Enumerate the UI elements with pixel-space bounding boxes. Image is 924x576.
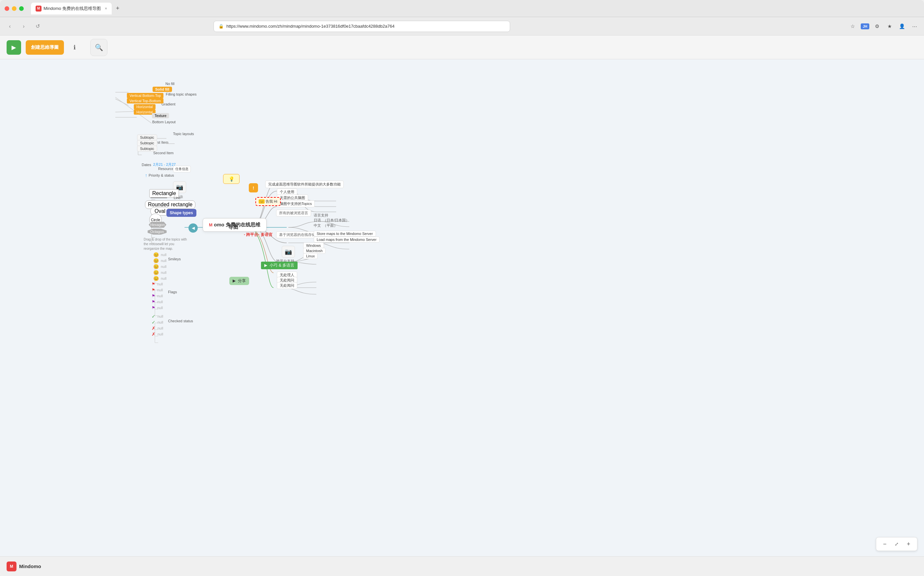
horizontal-1-node[interactable]: Horizontal <box>134 104 155 109</box>
sharing-label: ▶ 分享 <box>229 277 249 285</box>
tab-favicon: M <box>35 6 42 11</box>
new-tab-button[interactable]: + <box>113 4 122 13</box>
load-maps-node[interactable]: Load maps from the Mindomo Server <box>314 237 380 243</box>
mindomo-logo: M Mindomo <box>6 562 41 571</box>
bookmark-icon[interactable]: ★ <box>885 22 894 31</box>
forward-button[interactable]: › <box>18 21 29 32</box>
mindomo-logo-icon: M <box>6 562 16 571</box>
octagon-label: Octagon <box>148 229 167 235</box>
center-left-arrow: ◀ <box>189 223 198 233</box>
null-14: null <box>158 332 163 336</box>
smiley-icon-3: 😊 <box>153 264 159 269</box>
back-button[interactable]: ‹ <box>5 21 15 32</box>
solid-fill-label: Solid fill <box>153 86 172 92</box>
lang-support-label: 语言支持 <box>314 213 328 218</box>
search-button[interactable]: 🔍 <box>90 39 107 56</box>
flag-icon-5: ⚑ <box>152 306 155 310</box>
jh-badge[interactable]: JH <box>861 23 869 29</box>
multilang-topics-node[interactable]: 脑图中支持的Topics <box>277 200 315 207</box>
null-3: null <box>161 265 166 269</box>
bulb-node: 💡 <box>223 174 240 184</box>
null-13: null <box>158 326 163 330</box>
dates-label: Dates <box>142 163 151 167</box>
store-maps-node[interactable]: Store maps to the Mindomo Server <box>314 230 376 237</box>
close-button[interactable] <box>5 6 9 11</box>
sharing-node[interactable]: ▶ 分享 <box>229 277 249 285</box>
active-tab[interactable]: M Mindomo 免费的在线思维导图 × <box>31 3 112 14</box>
smileys-label: Smileys <box>168 257 181 261</box>
sharing-text: 分享 <box>238 278 246 283</box>
minimize-button[interactable] <box>12 6 16 11</box>
solid-fill-node[interactable]: Solid fill <box>153 86 172 92</box>
priority-row: ↑ Priority & status <box>145 173 174 178</box>
zoom-out-button[interactable]: − <box>880 539 889 549</box>
settings-icon[interactable]: ⚙ <box>873 22 882 31</box>
null-1: null <box>161 253 166 257</box>
check-icon-3: ✗ <box>152 326 155 331</box>
server-storage-label: 基于浏览器的在线存储 <box>276 231 318 238</box>
check-icon-1: ✓ <box>152 314 155 319</box>
dates-row: Dates 2月21 - 2月27 <box>142 162 176 167</box>
zoom-fit-button[interactable]: ⤢ <box>892 539 901 549</box>
star-icon[interactable]: ☆ <box>848 22 857 31</box>
check-icon-4: ✗ <box>152 331 155 337</box>
reload-button[interactable]: ↺ <box>32 21 43 32</box>
maximize-button[interactable] <box>19 6 24 11</box>
null-2: null <box>161 259 166 262</box>
play-icon: ▶ <box>11 44 16 51</box>
subtopic-2-node[interactable]: Subtopic <box>137 140 157 146</box>
vertical-top-bottom-node[interactable]: Vertical Top-Bottom <box>127 98 163 104</box>
language-support-node[interactable]: 所有的被浏览语言 <box>276 210 311 216</box>
check-row-3: ✗ null <box>152 326 163 331</box>
gaome-hi-text: 告我 Hi <box>265 199 277 203</box>
hexagon-label: Hexagon <box>147 222 168 228</box>
flag-row-1: ⚑ null <box>152 282 163 286</box>
subtopic-1-node[interactable]: Subtopic <box>137 134 157 140</box>
hexagon-node[interactable]: Hexagon <box>147 222 168 228</box>
line-label: Line <box>174 196 181 200</box>
app-window: M Mindomo 免费的在线思维导图 × + ‹ › ↺ 🔒 https://… <box>0 0 924 576</box>
smiley-row-3: 😊 null <box>153 264 166 269</box>
tips-label: ▶ 小巧 & 多语言 <box>261 262 297 269</box>
chinese-label: 中文 <box>314 223 321 228</box>
task-info-node[interactable]: 任务信息 <box>173 166 191 172</box>
play-button[interactable]: ▶ <box>6 40 21 55</box>
info-badge-node: ! <box>249 183 258 192</box>
info-button[interactable]: ℹ <box>69 42 80 53</box>
flag-row-4: ⚑ null <box>152 299 163 304</box>
smiley-icon-5: 😊 <box>153 276 159 281</box>
tips-node[interactable]: ▶ 小巧 & 多语言 <box>261 262 297 269</box>
account-icon[interactable]: 👤 <box>898 22 907 31</box>
line-row: Line <box>150 196 181 200</box>
linux-node[interactable]: Linux <box>303 253 318 259</box>
create-mindmap-button[interactable]: 創建思維導圖 <box>26 40 64 55</box>
null-5: null <box>161 277 166 280</box>
gaome-hi-node[interactable]: 😊 告我 Hi <box>256 197 281 206</box>
flag-row-3: ⚑ null <box>152 294 163 298</box>
url-bar[interactable]: 🔒 https://www.mindomo.com/zh/mindmap/min… <box>214 21 510 32</box>
traffic-lights <box>5 6 24 11</box>
tab-close-button[interactable]: × <box>105 6 107 11</box>
vtb-label: Vertical Top-Bottom <box>127 98 163 104</box>
texture-node[interactable]: Texture <box>152 113 169 118</box>
features-node[interactable]: 完成桌面思维导图软件所能提供的大多数功能 <box>265 181 344 188</box>
mindmap-background <box>0 59 924 556</box>
no-limit-node[interactable]: 无处阅问 <box>277 282 297 289</box>
more-icon[interactable]: ⋯ <box>910 22 919 31</box>
platform-label: - 跨平台- 多语言 <box>244 232 273 238</box>
address-bar: ‹ › ↺ 🔒 https://www.mindomo.com/zh/mindm… <box>0 17 924 35</box>
flag-icon-2: ⚑ <box>152 288 155 292</box>
chinese-row: 中文 （平面） <box>314 223 337 228</box>
tips-text: 小巧 & 多语言 <box>270 263 294 267</box>
subtopic-1-label: Subtopic <box>137 134 157 140</box>
priority-status-label: Priority & status <box>149 173 174 177</box>
check-row-2: ✓ null <box>152 320 163 325</box>
smiley-row-4: 😊 null <box>153 270 166 275</box>
tab-label: Mindomo 免费的在线思维导图 <box>43 6 101 11</box>
vertical-bottom-top-node[interactable]: Vertical Bottom-Top <box>127 93 163 98</box>
priority-icon: ↑ <box>145 173 147 178</box>
flag-icon-1: ⚑ <box>152 282 155 286</box>
zoom-in-button[interactable]: + <box>904 539 913 549</box>
platform-camera-icon: 📷 <box>282 246 295 258</box>
octagon-node[interactable]: Octagon <box>148 229 167 235</box>
